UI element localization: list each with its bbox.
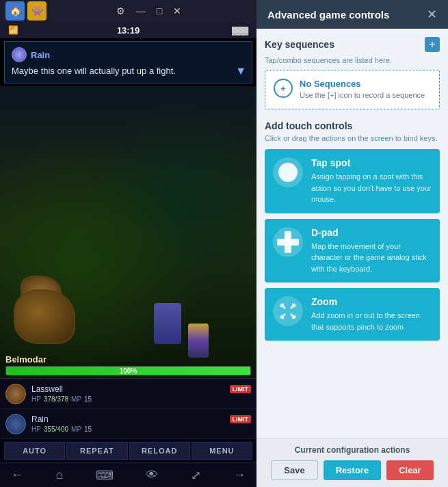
phone-status-bar: 📶 13:19 ▓▓▓ xyxy=(0,22,256,38)
boss-hp-bar-fill: 100% xyxy=(6,367,250,375)
rain-hp-value: 355/400 xyxy=(44,425,68,433)
forward-button[interactable]: → xyxy=(233,468,246,482)
dpad-vertical xyxy=(285,231,291,253)
zoom-text: Zoom Add zoom in or out to the screen th… xyxy=(311,296,432,332)
enemy2-body xyxy=(154,303,181,344)
boss-name: Belmodar xyxy=(5,354,251,365)
touch-controls-title: Add touch controls xyxy=(265,120,440,131)
minimize-icon[interactable]: — xyxy=(136,5,146,16)
menu-button[interactable]: MENU xyxy=(192,442,252,460)
tap-spot-icon-container xyxy=(273,157,303,187)
home-button[interactable]: ⌂ xyxy=(55,468,63,482)
footer-buttons: Save Restore Clear xyxy=(265,460,440,480)
party-member-rain: Rain LIMIT HP 355/400 MP 15 xyxy=(0,409,256,439)
rain-stats: HP 355/400 MP 15 xyxy=(31,425,251,433)
add-sequence-button[interactable]: + xyxy=(425,37,440,52)
auto-button[interactable]: AUTO xyxy=(4,442,65,460)
restore-button[interactable]: Restore xyxy=(324,460,381,480)
sequences-box: + No Sequences Use the [+] icon to recor… xyxy=(265,70,440,109)
touch-controls-hint: Click or drag the actions on the screen … xyxy=(265,134,440,142)
lasswell-hp-value: 378/378 xyxy=(44,395,68,403)
zoom-description: Add zoom in or out to the screen that su… xyxy=(311,310,432,332)
repeat-button[interactable]: REPEAT xyxy=(66,442,127,460)
rain-name-row: Rain LIMIT xyxy=(31,414,251,424)
rain-info: Rain LIMIT HP 355/400 MP 15 xyxy=(31,414,251,433)
panel-footer: Current configuration actions Save Resto… xyxy=(256,438,448,487)
party-panel: Lasswell LIMIT HP 378/378 MP 15 Rain LIM… xyxy=(0,378,256,439)
enemy2-sprite xyxy=(154,303,188,351)
bottom-nav: ← ⌂ ⌨ 👁 ⤢ → xyxy=(0,462,256,487)
rain-mp-value: 15 xyxy=(84,425,92,433)
key-sequences-title: Key sequences xyxy=(265,39,334,50)
taskbar-left: 🏠 👾 xyxy=(5,1,47,21)
close-icon[interactable]: ✕ xyxy=(173,5,181,16)
party-member-lasswell: Lasswell LIMIT HP 378/378 MP 15 xyxy=(0,379,256,409)
sequence-text-area: No Sequences Use the [+] icon to record … xyxy=(300,79,425,101)
panel-title: Advanced game controls xyxy=(267,9,389,21)
lasswell-name: Lasswell xyxy=(31,384,63,394)
no-sequences-description: Use the [+] icon to record a sequence xyxy=(300,90,425,101)
dpad-icon xyxy=(277,231,299,253)
app-icon-1[interactable]: 🏠 xyxy=(5,1,25,21)
panel-close-button[interactable]: ✕ xyxy=(427,8,437,21)
player-body xyxy=(188,324,209,358)
boss-area: Belmodar 100% xyxy=(5,354,251,376)
scroll-indicator: ▼ xyxy=(235,65,246,77)
tap-spot-text: Tap spot Assign tapping on a spot with t… xyxy=(311,157,432,205)
taskbar: 🏠 👾 ⚙ — □ ✕ xyxy=(0,0,256,22)
zoom-card[interactable]: Zoom Add zoom in or out to the screen th… xyxy=(265,288,440,341)
tap-spot-description: Assign tapping on a spot with this actio… xyxy=(311,171,432,205)
save-button[interactable]: Save xyxy=(271,460,317,480)
back-button[interactable]: ← xyxy=(11,468,23,482)
status-time: 13:19 xyxy=(117,25,140,36)
maximize-icon[interactable]: □ xyxy=(157,5,162,16)
clear-button[interactable]: Clear xyxy=(386,460,434,480)
sequence-icon: + xyxy=(274,79,293,98)
enemy-sprite xyxy=(14,289,96,358)
rain-avatar xyxy=(5,414,26,434)
panel-header: Advanced game controls ✕ xyxy=(256,0,448,29)
settings-icon[interactable]: ⚙ xyxy=(116,5,125,16)
reload-button[interactable]: RELOAD xyxy=(129,442,190,460)
dpad-icon-container xyxy=(273,227,303,257)
tap-spot-card[interactable]: Tap spot Assign tapping on a spot with t… xyxy=(265,149,440,213)
lasswell-mp-label: MP xyxy=(71,395,81,403)
dpad-card[interactable]: D-pad Map the movement of your character… xyxy=(265,219,440,283)
lasswell-info: Lasswell LIMIT HP 378/378 MP 15 xyxy=(31,384,251,403)
right-panel: Advanced game controls ✕ Key sequences +… xyxy=(256,0,448,487)
dpad-title: D-pad xyxy=(311,227,432,238)
character-avatar xyxy=(12,47,27,62)
footer-section-title: Current configuration actions xyxy=(265,445,440,455)
eye-icon[interactable]: 👁 xyxy=(146,468,158,482)
rain-limit-badge: LIMIT xyxy=(230,415,252,423)
key-sequences-hint: Tap/combo sequences are listed here. xyxy=(265,56,440,64)
lasswell-mp-value: 15 xyxy=(84,395,92,403)
monster-body xyxy=(14,289,75,344)
panel-content: Key sequences + Tap/combo sequences are … xyxy=(256,29,448,438)
dpad-text: D-pad Map the movement of your character… xyxy=(311,227,432,275)
rain-mp-label: MP xyxy=(71,425,81,433)
game-scene[interactable]: Belmodar 100% xyxy=(0,86,256,378)
character-name-text: Rain xyxy=(31,50,50,60)
lasswell-avatar xyxy=(5,384,26,404)
zoom-icon-container xyxy=(273,296,303,326)
rain-hp-label: HP xyxy=(31,425,41,433)
lasswell-stats: HP 378/378 MP 15 xyxy=(31,395,251,403)
zoom-title: Zoom xyxy=(311,296,432,307)
dialogue-box: Rain Maybe this one will actually put up… xyxy=(4,41,252,83)
expand-icon[interactable]: ⤢ xyxy=(191,468,201,483)
dpad-description: Map the movement of your character or th… xyxy=(311,241,432,275)
zoom-icon xyxy=(276,299,300,324)
no-sequences-title: No Sequences xyxy=(300,79,425,89)
boss-hp-bar-container: 100% xyxy=(5,366,251,376)
keyboard-icon[interactable]: ⌨ xyxy=(96,468,114,483)
app-icon-2[interactable]: 👾 xyxy=(27,1,47,21)
action-buttons-row: AUTO REPEAT RELOAD MENU xyxy=(0,439,256,462)
lasswell-hp-label: HP xyxy=(31,395,41,403)
character-name-row: Rain xyxy=(12,47,245,62)
lasswell-name-row: Lasswell LIMIT xyxy=(31,384,251,394)
dialogue-text: Maybe this one will actually put up a fi… xyxy=(12,65,245,77)
lasswell-limit-badge: LIMIT xyxy=(230,385,252,393)
rain-name: Rain xyxy=(31,414,49,424)
status-left: 📶 xyxy=(8,25,18,35)
